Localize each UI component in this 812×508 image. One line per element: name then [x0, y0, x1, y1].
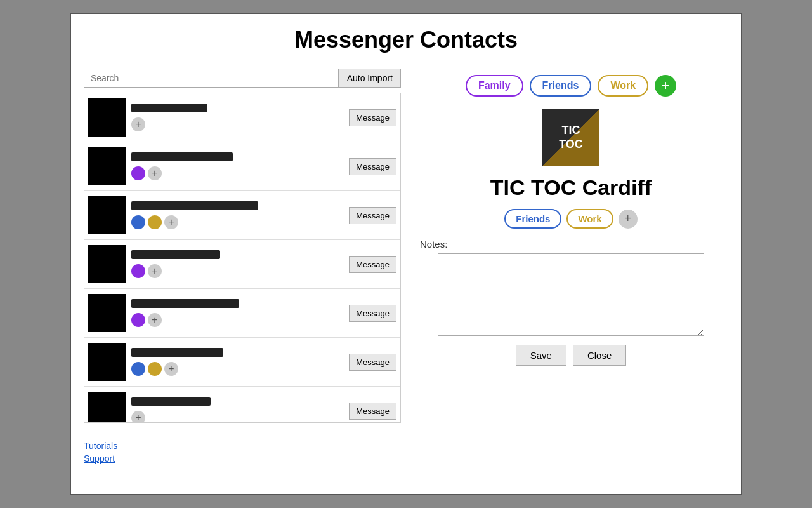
contact-tags: +	[131, 362, 344, 376]
search-bar: Auto Import	[84, 69, 401, 88]
contact-name-bar	[131, 104, 207, 112]
main-window: Messenger Contacts Auto Import +	[70, 13, 742, 495]
tutorials-link[interactable]: Tutorials	[84, 441, 401, 451]
avatar	[88, 294, 126, 332]
contact-info: +	[131, 348, 344, 376]
contact-info: +	[131, 152, 344, 180]
contact-name-bar	[131, 299, 239, 308]
contact-tags: +	[131, 215, 344, 229]
list-item: + Message	[84, 93, 400, 142]
group-filter-tags: Family Friends Work +	[466, 75, 676, 97]
group-filter-friends[interactable]: Friends	[530, 75, 592, 97]
message-button[interactable]: Message	[349, 256, 396, 273]
contact-tag-work[interactable]: Work	[566, 209, 613, 229]
message-button[interactable]: Message	[349, 305, 396, 322]
add-tag-icon[interactable]: +	[131, 117, 145, 131]
support-link[interactable]: Support	[84, 453, 401, 464]
group-filter-work[interactable]: Work	[598, 75, 648, 97]
page-title: Messenger Contacts	[84, 27, 728, 53]
add-tag-icon[interactable]: +	[148, 313, 162, 327]
add-tag-icon[interactable]: +	[131, 411, 145, 423]
blue-tag	[131, 215, 145, 229]
notes-textarea[interactable]	[438, 253, 704, 336]
notes-label: Notes:	[414, 239, 447, 250]
search-input[interactable]	[84, 69, 339, 88]
message-button[interactable]: Message	[349, 158, 396, 175]
purple-tag	[131, 166, 145, 180]
contact-tags: +	[131, 313, 344, 327]
add-group-button[interactable]: +	[655, 75, 676, 97]
add-contact-tag-button[interactable]: +	[619, 210, 638, 229]
list-item: + Message	[84, 289, 400, 338]
contact-info: +	[131, 104, 344, 131]
purple-tag	[131, 264, 145, 278]
avatar	[88, 196, 126, 234]
message-button[interactable]: Message	[349, 109, 396, 126]
contact-group-tags: Friends Work +	[504, 209, 637, 229]
contact-tags: +	[131, 117, 344, 131]
add-tag-icon[interactable]: +	[164, 215, 178, 229]
contact-name-bar	[131, 250, 220, 259]
list-item: + Message	[84, 338, 400, 387]
list-item: + Message	[84, 387, 400, 423]
avatar	[88, 147, 126, 185]
contact-tags: +	[131, 411, 344, 423]
contact-logo: TICTOC	[542, 109, 599, 166]
list-item: + Message	[84, 191, 400, 240]
avatar	[88, 98, 126, 137]
message-button[interactable]: Message	[349, 354, 396, 371]
action-buttons: Save Close	[516, 345, 627, 366]
blue-tag	[131, 362, 145, 376]
contact-tags: +	[131, 264, 344, 278]
contact-name-bar	[131, 397, 211, 406]
contact-display-name: TIC TOC Cardiff	[490, 175, 652, 200]
contact-tags: +	[131, 166, 344, 180]
message-button[interactable]: Message	[349, 207, 396, 224]
contact-info: +	[131, 397, 344, 423]
add-tag-icon[interactable]: +	[164, 362, 178, 376]
contact-name-bar	[131, 201, 258, 210]
contact-logo-text: TICTOC	[559, 124, 583, 151]
left-panel: Auto Import + Message	[84, 69, 401, 464]
footer-links: Tutorials Support	[84, 441, 401, 464]
avatar	[88, 343, 126, 381]
avatar	[88, 392, 126, 423]
message-button[interactable]: Message	[349, 403, 396, 420]
list-item: + Message	[84, 142, 400, 191]
close-button[interactable]: Close	[573, 345, 626, 366]
contact-list: + Message + Message	[84, 93, 401, 423]
contact-name-bar	[131, 348, 223, 357]
gold-tag	[148, 362, 162, 376]
main-layout: Auto Import + Message	[84, 69, 728, 464]
contact-info: +	[131, 250, 344, 278]
group-filter-family[interactable]: Family	[466, 75, 523, 97]
contact-info: +	[131, 299, 344, 327]
gold-tag	[148, 215, 162, 229]
contact-name-bar	[131, 152, 233, 161]
purple-tag	[131, 313, 145, 327]
contact-info: +	[131, 201, 344, 229]
contact-tag-friends[interactable]: Friends	[504, 209, 561, 229]
add-tag-icon[interactable]: +	[148, 166, 162, 180]
auto-import-button[interactable]: Auto Import	[339, 69, 401, 88]
list-item: + Message	[84, 240, 400, 289]
save-button[interactable]: Save	[516, 345, 566, 366]
avatar	[88, 245, 126, 283]
right-panel: Family Friends Work + TICTOC TIC TOC Car…	[414, 69, 728, 464]
add-tag-icon[interactable]: +	[148, 264, 162, 278]
